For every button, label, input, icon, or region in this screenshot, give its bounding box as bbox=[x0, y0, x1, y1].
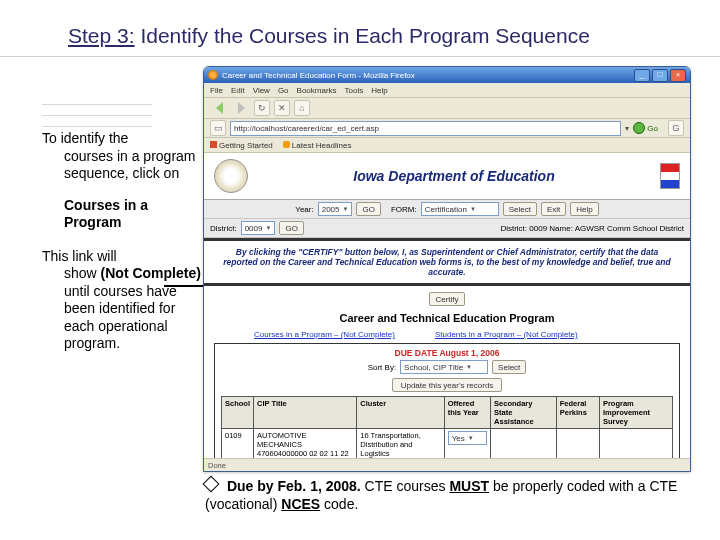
title-rest: Identify the Courses in Each Program Seq… bbox=[135, 24, 590, 47]
url-row: ▭ http://localhost/careered/car_ed_cert.… bbox=[204, 119, 690, 138]
diamond-bullet-icon bbox=[203, 476, 220, 493]
minimize-button[interactable]: _ bbox=[634, 69, 650, 82]
district-toolbar: District: 0009▼ GO District: 0009 Name: … bbox=[204, 219, 690, 238]
nav-toolbar: ↻ ✕ ⌂ bbox=[204, 98, 690, 119]
para-3-rest: show (Not Complete) until courses have b… bbox=[42, 265, 202, 353]
search-icon[interactable]: G bbox=[668, 120, 684, 136]
status-bar: Done bbox=[204, 458, 690, 471]
th-perkins: Federal Perkins bbox=[556, 397, 599, 429]
th-offered: Offered this Year bbox=[444, 397, 490, 429]
certify-notice: By clicking the "CERTIFY" button below, … bbox=[204, 238, 690, 286]
menu-tools[interactable]: Tools bbox=[345, 86, 364, 95]
district-go-button[interactable]: GO bbox=[279, 221, 303, 235]
menu-view[interactable]: View bbox=[253, 86, 270, 95]
cte-section: Certify Career and Technical Education P… bbox=[204, 286, 690, 472]
menu-go[interactable]: Go bbox=[278, 86, 289, 95]
stop-icon[interactable]: ✕ bbox=[274, 100, 290, 116]
form-toolbar: Year: 2005▼ GO FORM: Certification▼ Sele… bbox=[204, 200, 690, 219]
nces-emph: NCES bbox=[281, 496, 320, 512]
th-school: School bbox=[222, 397, 254, 429]
bookmark-latest-headlines[interactable]: Latest Headlines bbox=[283, 141, 352, 150]
form-label: FORM: bbox=[391, 205, 417, 214]
go-button[interactable]: Go bbox=[633, 122, 658, 134]
must-emph: MUST bbox=[449, 478, 489, 494]
browser-window: Career and Technical Education Form - Mo… bbox=[203, 66, 691, 472]
bottom-note: Due by Feb. 1, 2008. CTE courses MUST be… bbox=[205, 478, 695, 513]
sort-select[interactable]: School, CIP Title▼ bbox=[400, 360, 488, 374]
program-links: Courses in a Program – (Not Complete) St… bbox=[214, 330, 680, 343]
para-1-lead: To identify the bbox=[42, 130, 128, 146]
menu-bar: File Edit View Go Bookmarks Tools Help bbox=[204, 83, 690, 98]
reload-icon[interactable]: ↻ bbox=[254, 100, 270, 116]
students-in-program-link[interactable]: Students in a Program – (Not Complete) bbox=[435, 330, 578, 339]
cte-box: DUE DATE August 1, 2006 Sort By: School,… bbox=[214, 343, 680, 472]
menu-file[interactable]: File bbox=[210, 86, 223, 95]
menu-edit[interactable]: Edit bbox=[231, 86, 245, 95]
status-text: Done bbox=[208, 461, 226, 470]
th-cluster: Cluster bbox=[357, 397, 444, 429]
slide-title: Step 3: Identify the Courses in Each Pro… bbox=[68, 24, 590, 48]
courses-in-program-link[interactable]: Courses in a Program – (Not Complete) bbox=[254, 330, 395, 339]
firefox-icon bbox=[208, 70, 218, 80]
certify-button[interactable]: Certify bbox=[429, 292, 464, 306]
district-label: District: bbox=[210, 224, 237, 233]
menu-bookmarks[interactable]: Bookmarks bbox=[297, 86, 337, 95]
para-1-rest: courses in a program sequence, click on bbox=[42, 148, 202, 183]
page-content: Iowa Department of Education Year: 2005▼… bbox=[204, 153, 690, 472]
page-icon: ▭ bbox=[210, 120, 226, 136]
slide: Step 3: Identify the Courses in Each Pro… bbox=[0, 0, 720, 540]
district-info: District: 0009 Name: AGWSR Comm School D… bbox=[500, 224, 684, 233]
titlebar: Career and Technical Education Form - Mo… bbox=[204, 67, 690, 83]
window-title: Career and Technical Education Form - Mo… bbox=[222, 71, 415, 80]
forward-button[interactable] bbox=[232, 100, 250, 116]
year-go-button[interactable]: GO bbox=[356, 202, 380, 216]
due-lead: Due by Feb. 1, 2008. bbox=[227, 478, 361, 494]
due-date: DUE DATE August 1, 2006 bbox=[221, 348, 673, 358]
home-icon[interactable]: ⌂ bbox=[294, 100, 310, 116]
title-step: Step 3: bbox=[68, 24, 135, 47]
state-seal-icon bbox=[214, 159, 248, 193]
left-text-column: To identify the courses in a program seq… bbox=[42, 130, 202, 353]
table-header-row: School CIP Title Cluster Offered this Ye… bbox=[222, 397, 673, 429]
form-select[interactable]: Certification▼ bbox=[421, 202, 499, 216]
para-1: To identify the courses in a program seq… bbox=[42, 130, 202, 183]
back-button[interactable] bbox=[210, 100, 228, 116]
close-button[interactable]: × bbox=[670, 69, 686, 82]
exit-button[interactable]: Exit bbox=[541, 202, 566, 216]
update-records-button[interactable]: Update this year's records bbox=[392, 378, 503, 392]
th-survey: Program Improvement Survey bbox=[599, 397, 672, 429]
page-header: Iowa Department of Education bbox=[204, 153, 690, 200]
dept-title: Iowa Department of Education bbox=[248, 168, 660, 184]
year-label: Year: bbox=[295, 205, 313, 214]
para-2: Courses in a Program bbox=[42, 197, 202, 232]
bookmark-getting-started[interactable]: Getting Started bbox=[210, 141, 273, 150]
para-3-lead: This link will bbox=[42, 248, 117, 264]
bookmarks-bar: Getting Started Latest Headlines bbox=[204, 138, 690, 153]
form-select-button[interactable]: Select bbox=[503, 202, 537, 216]
title-rule bbox=[0, 56, 720, 57]
sort-select-button[interactable]: Select bbox=[492, 360, 526, 374]
maximize-button[interactable]: □ bbox=[652, 69, 668, 82]
url-field[interactable]: http://localhost/careered/car_ed_cert.as… bbox=[230, 121, 621, 136]
sort-row: Sort By: School, CIP Title▼ Select bbox=[221, 358, 673, 378]
cte-heading: Career and Technical Education Program bbox=[214, 310, 680, 330]
th-cip: CIP Title bbox=[254, 397, 357, 429]
offered-select[interactable]: Yes▼ bbox=[448, 431, 487, 445]
window-buttons: _ □ × bbox=[634, 69, 686, 82]
state-flag-icon bbox=[660, 163, 680, 189]
sort-label: Sort By: bbox=[368, 363, 396, 372]
menu-help[interactable]: Help bbox=[371, 86, 387, 95]
para-3: This link will show (Not Complete) until… bbox=[42, 248, 202, 353]
help-button[interactable]: Help bbox=[570, 202, 598, 216]
th-sec-state: Secondary State Assistance bbox=[491, 397, 557, 429]
district-select[interactable]: 0009▼ bbox=[241, 221, 276, 235]
year-select[interactable]: 2005▼ bbox=[318, 202, 353, 216]
